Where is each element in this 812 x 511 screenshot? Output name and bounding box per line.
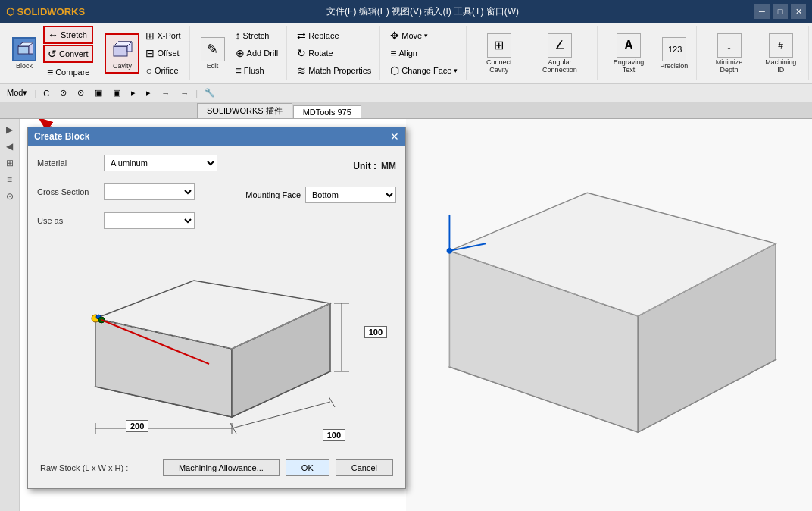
sidebar-icon-4[interactable]: ≡ — [2, 172, 17, 187]
engraving-text-button[interactable]: A Engraving Text — [604, 30, 654, 77]
align-label: Align — [399, 49, 417, 58]
move-button[interactable]: ✥ Move ▾ — [386, 27, 461, 44]
cancel-button[interactable]: Cancel — [336, 459, 393, 476]
change-face-button[interactable]: ⬡ Change Face ▾ — [386, 62, 461, 79]
tab-mdtools[interactable]: MDTools 975 — [293, 105, 361, 118]
convert-label: Convert — [59, 49, 89, 58]
toolbar-circle2[interactable]: ⊙ — [73, 86, 88, 99]
precision-label: Precision — [660, 62, 688, 70]
ribbon-content: Block ↔ Stretch ↺ Convert ≡ Compare — [0, 23, 812, 83]
tab-solidworks-plugin[interactable]: SOLIDWORKS 插件 — [197, 103, 292, 118]
block-button[interactable]: Block — [8, 34, 41, 73]
orifice-label: Orifice — [155, 66, 179, 75]
toolbar-gear[interactable]: 🔧 — [201, 86, 219, 99]
unit-value: MM — [381, 161, 396, 171]
raw-stock-label: Raw Stock (L x W x H) : — [40, 463, 128, 472]
offset-icon: ⊟ — [145, 47, 155, 59]
machining-id-button[interactable]: # Machining ID — [757, 30, 804, 77]
dim-width: 100 — [323, 429, 345, 441]
replace-col: ⇄ Replace ↻ Rotate ≋ Match Properties — [293, 27, 375, 79]
cavity-button[interactable]: Cavity — [105, 33, 139, 74]
block-label: Block — [16, 62, 33, 70]
svg-rect-3 — [114, 46, 127, 56]
compare-icon: ≡ — [47, 66, 53, 78]
offset-label: Offset — [157, 49, 179, 58]
rotate-icon: ↻ — [297, 47, 306, 59]
toolbar-circle1[interactable]: ⊙ — [56, 86, 70, 99]
xport-button[interactable]: ⊞ X-Port — [142, 27, 184, 44]
svg-rect-0 — [18, 46, 29, 54]
sidebar-icon-2[interactable]: ◀ — [2, 139, 17, 154]
compare-label: Compare — [55, 67, 89, 77]
add-drill-button[interactable]: ⊕ Add Drill — [232, 45, 283, 61]
toolbar-fwd1[interactable]: → — [158, 87, 173, 99]
sidebar-icon-1[interactable]: ▶ — [2, 122, 17, 137]
align-button[interactable]: ≡ Align — [386, 45, 461, 61]
ribbon-group-move: ✥ Move ▾ ≡ Align ⬡ Change Face ▾ — [382, 26, 467, 80]
mounting-face-row: Mounting Face Bottom — [245, 187, 396, 203]
toolbar-arrow1[interactable]: ▸ — [127, 86, 139, 99]
connect-cavity-button[interactable]: ⊞ Connect Cavity — [473, 30, 525, 77]
toolbar-c[interactable]: C — [39, 87, 53, 99]
machining-id-icon: # — [769, 33, 793, 58]
left-sidebar: ▶ ◀ ⊞ ≡ ⊙ — [0, 119, 20, 511]
stretch-icon: ↔ — [48, 29, 58, 41]
title-bar: ⬡ SOLIDWORKS 文件(F) 编辑(E) 视图(V) 插入(I) 工具(… — [0, 0, 812, 23]
right-3d-svg — [406, 119, 812, 511]
toolbar-fwd2[interactable]: → — [176, 87, 192, 99]
convert-button[interactable]: ↺ Convert — [43, 45, 93, 63]
cross-section-select[interactable] — [104, 183, 195, 200]
ok-button[interactable]: OK — [286, 459, 329, 476]
minimize-btn[interactable]: ─ — [754, 4, 770, 19]
mounting-face-select[interactable]: Bottom — [305, 187, 396, 203]
stretch2-label: Stretch — [243, 31, 270, 40]
change-face-dropdown[interactable]: ▾ — [454, 67, 458, 74]
move-dropdown[interactable]: ▾ — [424, 32, 428, 39]
toolbar-grid2[interactable]: ▣ — [109, 86, 124, 99]
minimize-depth-label: Minimize Depth — [707, 58, 751, 74]
compare-button[interactable]: ≡ Compare — [43, 64, 93, 80]
offset-button[interactable]: ⊟ Offset — [142, 45, 184, 61]
flush-label: Flush — [244, 66, 264, 75]
stretch2-button[interactable]: ↕ Stretch — [232, 27, 283, 44]
ribbon-small-col: ↔ Stretch ↺ Convert ≡ Compare — [43, 26, 93, 80]
dialog-close-button[interactable]: ✕ — [390, 130, 399, 143]
replace-button[interactable]: ⇄ Replace — [293, 27, 375, 44]
machining-allowance-button[interactable]: Machining Allowance... — [163, 459, 280, 476]
minimize-depth-button[interactable]: ↓ Minimize Depth — [703, 30, 756, 77]
toolbar-mode[interactable]: Mod▾ — [3, 86, 31, 99]
dialog-body: Material Aluminum Unit : MM — [28, 146, 405, 488]
edit-button[interactable]: ✎ Edit — [196, 34, 230, 73]
material-select[interactable]: Aluminum — [104, 155, 217, 171]
align-icon: ≡ — [390, 47, 396, 59]
maximize-btn[interactable]: □ — [773, 4, 788, 19]
toolbar-sep: | — [34, 89, 36, 98]
orifice-button[interactable]: ○ Orifice — [142, 62, 184, 79]
window-controls: ─ □ ✕ — [754, 4, 806, 19]
angular-connection-label: Angular Connection — [532, 58, 588, 74]
toolbar-arrow2[interactable]: ▸ — [142, 86, 155, 99]
flush-button[interactable]: ≡ Flush — [232, 62, 283, 79]
rotate-button[interactable]: ↻ Rotate — [293, 45, 375, 61]
box-3d-svg — [42, 235, 391, 440]
precision-button[interactable]: .123 Precision — [657, 34, 692, 73]
match-properties-button[interactable]: ≋ Match Properties — [293, 62, 375, 79]
sidebar-icon-3[interactable]: ⊞ — [2, 155, 17, 171]
change-face-icon: ⬡ — [390, 64, 399, 77]
toolbar-grid1[interactable]: ▣ — [91, 86, 106, 99]
close-btn[interactable]: ✕ — [791, 4, 806, 19]
ribbon-group-edit: ✎ Edit ↕ Stretch ⊕ Add Drill ≡ Flush — [192, 26, 288, 80]
angular-connection-icon: ∠ — [548, 33, 572, 58]
engraving-text-label: Engraving Text — [608, 58, 650, 74]
toolbar-row: Mod▾ | C ⊙ ⊙ ▣ ▣ ▸ ▸ → → | 🔧 — [0, 84, 812, 102]
dim-length: 200 — [126, 420, 148, 432]
sidebar-icon-5[interactable]: ⊙ — [2, 189, 17, 204]
ribbon-group-cavity: Cavity ⊞ X-Port ⊟ Offset ○ Orifice — [100, 26, 189, 80]
box-canvas: 100 100 200 — [42, 235, 391, 447]
use-as-select[interactable] — [104, 212, 195, 229]
match-props-icon: ≋ — [297, 64, 306, 77]
cavity-small-col: ⊞ X-Port ⊟ Offset ○ Orifice — [142, 27, 184, 79]
stretch-button[interactable]: ↔ Stretch — [43, 26, 93, 44]
rotate-label: Rotate — [308, 49, 333, 58]
angular-connection-button[interactable]: ∠ Angular Connection — [527, 30, 592, 77]
